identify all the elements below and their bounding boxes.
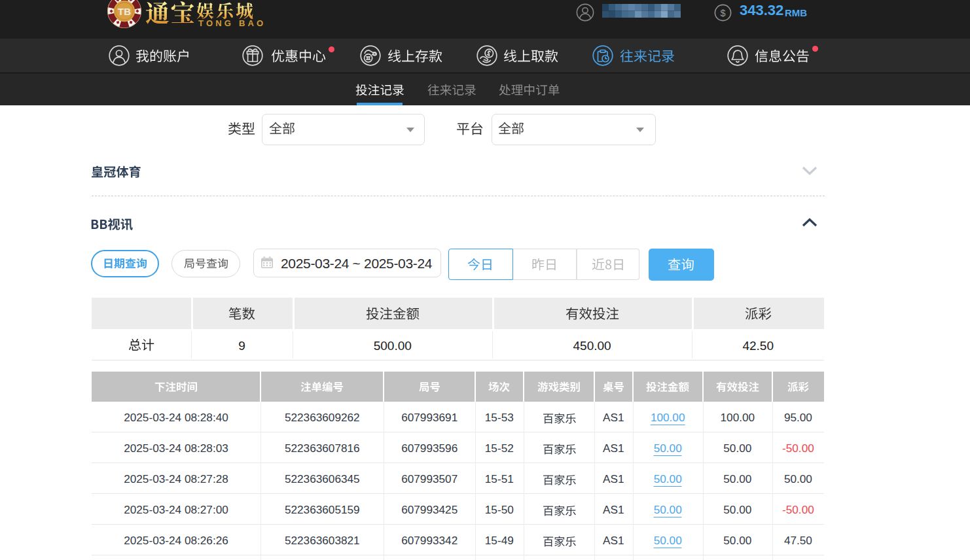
svg-text:$: $ [720,8,725,18]
svg-text:TB: TB [118,6,131,17]
